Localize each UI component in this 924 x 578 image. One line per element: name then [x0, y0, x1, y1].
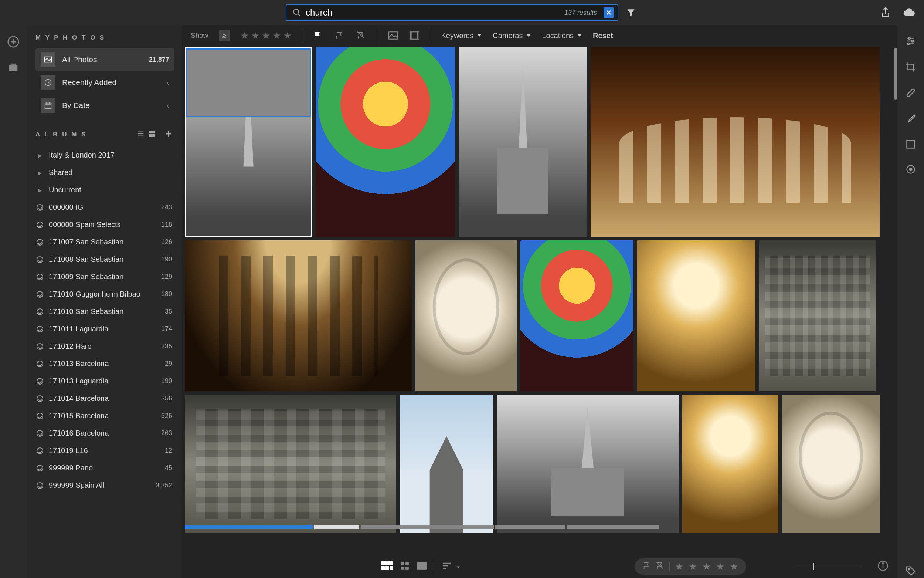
set-star-5[interactable]: ★	[730, 561, 738, 572]
photo-thumbnail[interactable]	[637, 240, 756, 391]
flag-rejected-button[interactable]	[356, 30, 367, 41]
set-star-1[interactable]: ★	[675, 561, 683, 572]
album-item[interactable]: 171011 Laguardia174	[36, 320, 175, 338]
photo-thumbnail[interactable]	[520, 240, 633, 391]
set-star-4[interactable]: ★	[716, 561, 724, 572]
album-item[interactable]: 171007 San Sebastian126	[36, 233, 175, 251]
crop-panel-button[interactable]	[905, 62, 916, 74]
album-item[interactable]: 171016 Barcelona263	[36, 425, 175, 442]
filter-button[interactable]	[623, 5, 638, 20]
album-item[interactable]: 999999 Spain All3,352	[36, 477, 175, 494]
photo-thumbnail[interactable]	[591, 47, 880, 237]
filmstrip[interactable]	[185, 525, 895, 529]
photo-thumbnail[interactable]	[316, 47, 455, 237]
keywords-dropdown[interactable]: Keywords	[441, 31, 483, 40]
photo-thumbnail[interactable]	[400, 395, 493, 533]
star-2[interactable]: ★	[251, 30, 259, 41]
filmstrip-segment[interactable]	[495, 525, 565, 529]
album-item[interactable]: 171010 Guggenheim Bilbao180	[36, 286, 175, 303]
cameras-dropdown[interactable]: Cameras	[493, 31, 531, 40]
album-item[interactable]: ▸Uncurrent	[36, 181, 175, 198]
photo-thumbnail[interactable]	[497, 395, 679, 533]
filmstrip-segment[interactable]	[567, 525, 659, 529]
photo-grid[interactable]	[182, 46, 897, 555]
album-label: 000000 IG	[49, 203, 83, 211]
slider-knob[interactable]	[813, 563, 814, 570]
sort-button[interactable]	[442, 562, 461, 572]
brush-panel-button[interactable]	[905, 113, 916, 126]
album-item[interactable]: 171019 L1612	[36, 442, 175, 459]
star-1[interactable]: ★	[240, 30, 249, 41]
photo-thumbnail[interactable]	[459, 47, 587, 237]
album-item[interactable]: 000000 IG243	[36, 198, 175, 216]
set-flag-picked[interactable]	[643, 562, 651, 572]
flag-picked-button[interactable]	[313, 30, 324, 41]
albums-list-view-button[interactable]	[135, 128, 146, 141]
svg-rect-30	[387, 561, 393, 565]
album-item[interactable]: 171009 San Sebastian129	[36, 268, 175, 286]
album-item[interactable]: ▸Shared	[36, 164, 175, 181]
media-photo-button[interactable]	[388, 30, 399, 41]
grid-scrollbar[interactable]	[894, 48, 897, 100]
set-flag-rejected[interactable]	[656, 562, 664, 572]
locations-label: Locations	[542, 31, 574, 40]
photo-thumbnail[interactable]	[185, 47, 312, 237]
heal-panel-button[interactable]	[905, 87, 916, 100]
keywords-panel-button[interactable]	[905, 565, 916, 578]
star-3[interactable]: ★	[262, 30, 270, 41]
album-item[interactable]: 171010 San Sebastian35	[36, 303, 175, 320]
album-item[interactable]: 171013 Barcelona29	[36, 355, 175, 372]
photo-thumbnail[interactable]	[782, 395, 880, 533]
flag-unflagged-button[interactable]	[334, 30, 345, 41]
filmstrip-segment[interactable]	[314, 525, 359, 529]
album-item[interactable]: 171012 Haro235	[36, 338, 175, 355]
radial-gradient-button[interactable]	[906, 164, 916, 176]
synced-icon	[36, 274, 44, 280]
view-photogrid-button[interactable]	[382, 561, 393, 572]
album-item[interactable]: 171015 Barcelona326	[36, 407, 175, 425]
photo-thumbnail[interactable]	[185, 395, 396, 533]
reset-filters-button[interactable]: Reset	[593, 31, 613, 40]
set-star-2[interactable]: ★	[689, 561, 697, 572]
album-item[interactable]: 000000 Spain Selects118	[36, 216, 175, 233]
adjust-panel-button[interactable]	[905, 36, 916, 48]
photo-thumbnail[interactable]	[759, 240, 876, 391]
set-star-3[interactable]: ★	[702, 561, 711, 572]
album-item[interactable]: 171014 Barcelona356	[36, 390, 175, 407]
photo-thumbnail[interactable]	[682, 395, 778, 533]
add-photos-button[interactable]	[7, 36, 19, 50]
sidebar-nav-all-photos[interactable]: All Photos21,877	[36, 48, 175, 71]
search-input[interactable]	[306, 7, 560, 18]
thumbnail-size-slider[interactable]	[795, 562, 861, 571]
search-box[interactable]: 137 results	[286, 4, 618, 21]
search-results-count: 137 results	[565, 9, 597, 17]
album-item[interactable]: ▸Italy & London 2017	[36, 146, 175, 164]
star-5[interactable]: ★	[283, 30, 291, 41]
album-item[interactable]: 171008 San Sebastian190	[36, 251, 175, 268]
sidebar-nav-recently-added[interactable]: Recently Added‹	[36, 71, 175, 94]
album-item[interactable]: 999999 Pano45	[36, 459, 175, 477]
filmstrip-segment[interactable]	[361, 525, 494, 529]
media-video-button[interactable]	[409, 30, 420, 41]
sidebar-nav-by-date[interactable]: By Date‹	[36, 94, 175, 117]
album-label: Uncurrent	[49, 186, 81, 194]
add-album-button[interactable]	[163, 128, 175, 141]
filmstrip-segment[interactable]	[185, 525, 313, 529]
info-button[interactable]	[877, 560, 888, 573]
star-4[interactable]: ★	[272, 30, 281, 41]
linear-gradient-button[interactable]	[906, 139, 916, 151]
rating-gte-toggle[interactable]: ≥	[219, 30, 230, 41]
locations-dropdown[interactable]: Locations	[542, 31, 583, 40]
cloud-sync-button[interactable]	[902, 5, 917, 20]
share-button[interactable]	[878, 5, 893, 20]
photo-thumbnail[interactable]	[416, 240, 517, 391]
view-squaregrid-button[interactable]	[400, 561, 409, 572]
view-detail-button[interactable]	[417, 562, 427, 572]
photo-thumbnail[interactable]	[185, 240, 412, 391]
albums-grid-view-button[interactable]	[146, 128, 157, 141]
clear-search-button[interactable]	[604, 7, 614, 18]
album-label: 171010 San Sebastian	[49, 307, 123, 316]
list-icon	[137, 130, 145, 138]
library-button[interactable]	[8, 62, 19, 75]
album-item[interactable]: 171013 Laguardia190	[36, 372, 175, 390]
